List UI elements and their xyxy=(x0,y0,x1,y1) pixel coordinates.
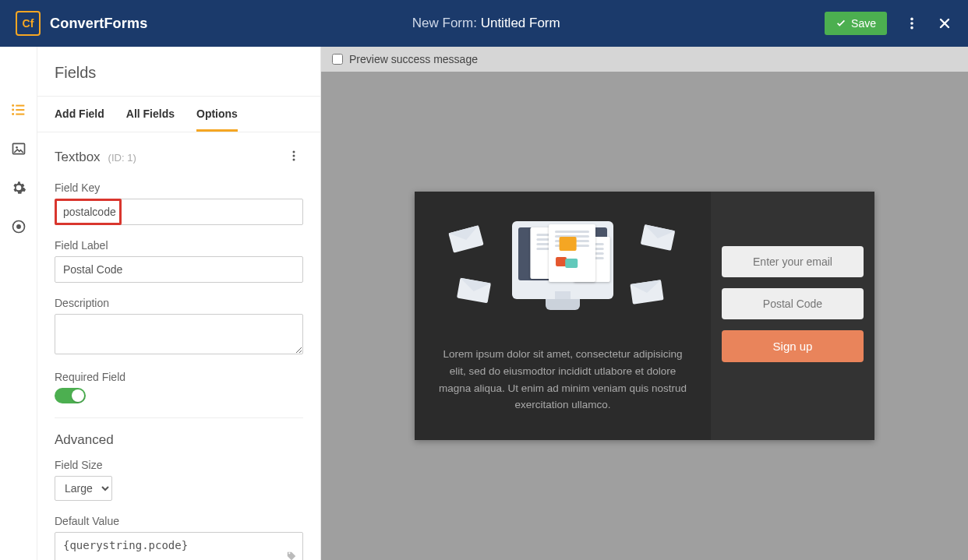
title-prefix: New Form: xyxy=(412,16,477,30)
document-icon xyxy=(549,224,595,282)
svg-rect-8 xyxy=(16,114,24,115)
svg-point-0 xyxy=(910,18,913,21)
svg-point-13 xyxy=(293,151,295,153)
envelope-icon xyxy=(448,226,483,253)
rail-submit-icon[interactable] xyxy=(10,218,27,235)
preview-email-input[interactable] xyxy=(722,246,864,277)
panel-body: Textbox (ID: 1) Field Key Field Label xyxy=(37,132,320,560)
canvas: Preview success message xyxy=(321,47,968,560)
required-toggle[interactable] xyxy=(55,388,86,403)
description-label: Description xyxy=(55,297,303,309)
svg-point-15 xyxy=(293,159,295,161)
canvas-stage: Lorem ipsum dolor sit amet, consectetur … xyxy=(321,72,968,560)
description-input[interactable] xyxy=(55,314,303,354)
required-label: Required Field xyxy=(55,371,303,383)
tab-all-fields[interactable]: All Fields xyxy=(126,97,175,132)
card-right: Sign up xyxy=(711,192,874,439)
save-button[interactable]: Save xyxy=(825,12,887,35)
svg-point-3 xyxy=(12,104,14,107)
svg-rect-6 xyxy=(16,109,24,111)
field-label-label: Field Label xyxy=(55,239,303,252)
rail-settings-icon[interactable] xyxy=(10,179,27,196)
app-header: Cf ConvertForms New Form: Untitled Form … xyxy=(0,0,968,47)
panel-title: Fields xyxy=(37,47,320,97)
envelope-icon xyxy=(630,280,663,305)
rail-design-icon[interactable] xyxy=(10,140,27,157)
check-icon xyxy=(836,18,846,29)
close-icon[interactable] xyxy=(937,16,952,31)
card-left: Lorem ipsum dolor sit amet, consectetur … xyxy=(415,192,711,439)
main-layout: Fields Add Field All Fields Options Text… xyxy=(0,47,968,560)
block-title-text: Textbox xyxy=(55,150,101,165)
canvas-toolbar: Preview success message xyxy=(321,47,968,72)
hero-illustration xyxy=(435,213,691,330)
block-title: Textbox (ID: 1) xyxy=(55,150,136,165)
preview-success-label: Preview success message xyxy=(349,53,478,65)
advanced-section-title: Advanced xyxy=(55,432,303,448)
default-value-label: Default Value xyxy=(55,515,303,527)
form-name: Untitled Form xyxy=(481,16,560,30)
svg-point-7 xyxy=(12,113,14,115)
block-id: (ID: 1) xyxy=(108,152,136,164)
panel-tabs: Add Field All Fields Options xyxy=(37,97,320,132)
svg-point-10 xyxy=(16,146,18,149)
svg-point-2 xyxy=(910,26,913,30)
kebab-menu-icon[interactable] xyxy=(904,16,920,31)
sidebar-panel: Fields Add Field All Fields Options Text… xyxy=(37,47,321,560)
field-size-select[interactable]: Large xyxy=(55,476,112,501)
svg-point-5 xyxy=(12,109,14,111)
preview-success-checkbox[interactable] xyxy=(332,54,343,65)
envelope-icon xyxy=(457,278,491,304)
lorem-text: Lorem ipsum dolor sit amet, consectetur … xyxy=(435,346,691,413)
svg-point-12 xyxy=(16,224,21,229)
preview-postal-input[interactable] xyxy=(722,288,864,319)
brand: Cf ConvertForms xyxy=(16,11,147,36)
save-button-label: Save xyxy=(851,17,876,30)
tag-icon[interactable] xyxy=(286,551,297,560)
default-value-input[interactable]: {querystring.pcode} xyxy=(55,532,303,560)
svg-point-1 xyxy=(910,22,913,25)
header-actions: Save xyxy=(825,12,952,35)
field-label-input[interactable] xyxy=(55,256,303,283)
svg-rect-4 xyxy=(16,105,24,107)
swatch-icon xyxy=(565,259,578,268)
preview-signup-button[interactable]: Sign up xyxy=(722,330,864,362)
field-key-label: Field Key xyxy=(55,181,303,194)
swatch-icon xyxy=(560,237,577,251)
brand-logo-icon: Cf xyxy=(16,11,41,36)
block-menu-icon[interactable] xyxy=(284,146,303,167)
field-size-label: Field Size xyxy=(55,459,303,471)
field-key-input[interactable] xyxy=(55,199,303,225)
form-preview-card: Lorem ipsum dolor sit amet, consectetur … xyxy=(415,192,874,439)
rail-fields-icon[interactable] xyxy=(10,101,27,118)
tab-add-field[interactable]: Add Field xyxy=(55,97,104,132)
brand-name: ConvertForms xyxy=(50,16,147,32)
tab-options[interactable]: Options xyxy=(196,97,238,132)
nav-rail xyxy=(0,47,37,560)
page-title: New Form: Untitled Form xyxy=(147,16,825,31)
envelope-icon xyxy=(641,224,676,251)
svg-point-14 xyxy=(293,155,295,157)
